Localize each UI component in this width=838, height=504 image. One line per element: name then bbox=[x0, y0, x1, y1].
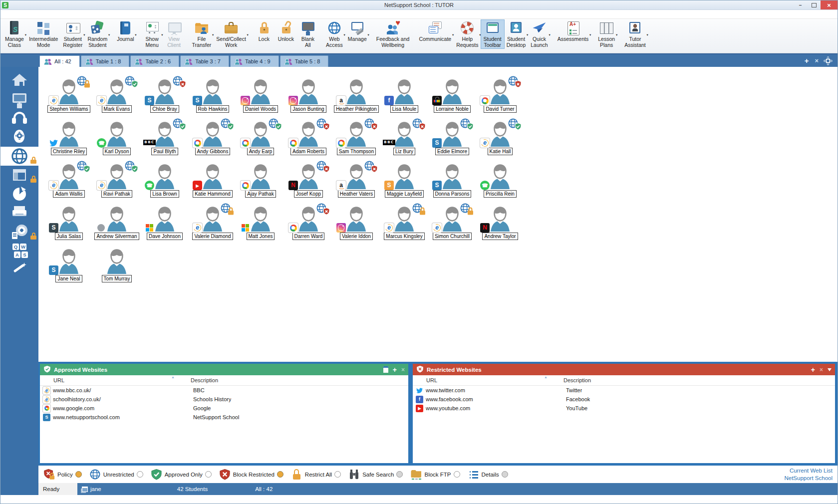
toolbar-button-student[interactable]: ▾ Student Register bbox=[60, 20, 85, 48]
student-heather-vaters[interactable]: Heather Vaters bbox=[332, 163, 380, 205]
filter-details[interactable]: Details bbox=[468, 469, 508, 480]
website-row-www-bbc-co-uk-[interactable]: www.bbc.co.uk/ BBC bbox=[40, 386, 408, 395]
url-column-header[interactable]: URL bbox=[40, 377, 190, 383]
filter-policy[interactable]: Policy bbox=[43, 469, 82, 480]
remove-website-icon[interactable] bbox=[820, 366, 823, 373]
website-row-www-google-com[interactable]: www.google.com Google bbox=[40, 404, 408, 413]
chevron-down-icon[interactable] bbox=[828, 368, 832, 371]
dropdown-arrow-icon[interactable]: ▾ bbox=[549, 33, 550, 37]
student-christine-riley[interactable]: Christine Riley bbox=[45, 120, 93, 163]
sidebar-item-annotate[interactable] bbox=[0, 260, 38, 279]
filter-radio[interactable] bbox=[205, 471, 212, 478]
sidebar-item-keyboard[interactable]: QWAS bbox=[0, 242, 38, 260]
sidebar-item-layout[interactable] bbox=[0, 166, 38, 185]
student-andy-earp[interactable]: Andy Earp bbox=[237, 120, 284, 163]
toolbar-button-unlock[interactable]: ▾ Unlock bbox=[275, 20, 297, 42]
student-stephen-williams[interactable]: Stephen Williams bbox=[45, 78, 93, 120]
sidebar-item-monitor[interactable] bbox=[0, 90, 38, 109]
filter-approved-only[interactable]: Approved Only bbox=[151, 469, 212, 480]
toolbar-button-journal[interactable]: ▾ Journal bbox=[114, 20, 136, 42]
tab-all-42[interactable]: All : 42 bbox=[39, 55, 80, 67]
tab-table-2-6[interactable]: Table 2 : 6 bbox=[130, 55, 179, 67]
sidebar-item-printer[interactable] bbox=[0, 204, 38, 223]
student-karl-dyson[interactable]: Karl Dyson bbox=[93, 120, 141, 163]
add-website-icon[interactable] bbox=[811, 366, 815, 373]
filter-radio[interactable] bbox=[277, 471, 283, 478]
sidebar-item-devices[interactable] bbox=[0, 223, 38, 242]
toolbar-button-tutor[interactable]: ▾ Tutor Assistant bbox=[622, 20, 648, 48]
sidebar-item-home[interactable] bbox=[0, 71, 38, 90]
toolbar-button-manage[interactable]: ▾ Manage bbox=[345, 20, 369, 42]
filter-radio[interactable] bbox=[454, 471, 460, 478]
toolbar-button-blank[interactable]: ▾ Blank All bbox=[297, 20, 319, 48]
student-katie-hall[interactable]: Katie Hall bbox=[476, 120, 524, 163]
add-group-icon[interactable] bbox=[805, 57, 809, 64]
remove-group-icon[interactable] bbox=[815, 57, 819, 64]
filter-block-ftp[interactable]: Block FTP bbox=[410, 469, 460, 480]
dropdown-arrow-icon[interactable]: ▾ bbox=[247, 33, 249, 37]
toolbar-button-file[interactable]: ▾ File Transfer bbox=[190, 20, 214, 48]
student-julia-salas[interactable]: Julia Salas bbox=[45, 205, 93, 248]
sidebar-item-globe[interactable] bbox=[0, 147, 38, 166]
sidebar-item-pie[interactable] bbox=[0, 185, 38, 204]
dropdown-arrow-icon[interactable]: ▾ bbox=[589, 33, 591, 37]
url-column-header[interactable]: URL bbox=[413, 377, 562, 383]
website-row-schoolhistory-co-uk-[interactable]: schoolhistory.co.uk/ Schools History bbox=[40, 395, 408, 404]
toolbar-button-random[interactable]: ▾ Random Student bbox=[85, 20, 110, 48]
student-josef-kopp[interactable]: Josef Kopp bbox=[284, 163, 332, 205]
student-andy-gibbons[interactable]: Andy Gibbons bbox=[189, 120, 237, 163]
toolbar-button-communicate[interactable]: ▾ Communicate bbox=[416, 20, 454, 42]
filter-radio[interactable] bbox=[334, 471, 341, 478]
toolbar-button-feedback-and[interactable]: ▾ Feedback and Wellbeing bbox=[374, 20, 412, 48]
description-column-header[interactable]: Description bbox=[190, 377, 218, 383]
tab-table-3-7[interactable]: Table 3 : 7 bbox=[180, 55, 229, 67]
toolbar-button-intermediate[interactable]: ▾ Intermediate Mode bbox=[26, 20, 60, 48]
student-lisa-brown[interactable]: Lisa Brown bbox=[141, 163, 189, 205]
toolbar-button-web[interactable]: ▾ Web Access bbox=[323, 20, 345, 48]
toolbar-button-assessments[interactable]: ▾ Assessments bbox=[555, 20, 591, 42]
toolbar-button-student[interactable]: ▾ Student Toolbar bbox=[481, 20, 504, 48]
student-jason-bunting[interactable]: Jason Bunting bbox=[284, 78, 332, 120]
student-lisa-moule[interactable]: Lisa Moule bbox=[380, 78, 428, 120]
sidebar-item-headgear[interactable] bbox=[0, 128, 38, 147]
student-katie-hammond[interactable]: Katie Hammond bbox=[189, 163, 237, 205]
dropdown-arrow-icon[interactable]: ▾ bbox=[368, 33, 369, 37]
filter-block-restricted[interactable]: Block Restricted bbox=[219, 469, 283, 480]
toolbar-button-view[interactable]: ▾ View Client bbox=[163, 20, 185, 48]
description-column-header[interactable]: Description bbox=[562, 377, 591, 383]
toolbar-button-lock[interactable]: ▾ Lock bbox=[253, 20, 275, 42]
student-adam-roberts[interactable]: Adam Roberts bbox=[284, 120, 332, 163]
filter-radio[interactable] bbox=[502, 471, 508, 478]
toolbar-button-quick[interactable]: ▾ Quick Launch bbox=[528, 20, 550, 48]
tab-table-4-9[interactable]: Table 4 : 9 bbox=[230, 55, 279, 67]
toolbar-button-send-collect[interactable]: ▾ Send/Collect Work bbox=[214, 20, 249, 48]
toolbar-button-help[interactable]: ▾ Help Requests bbox=[454, 20, 481, 48]
dropdown-arrow-icon[interactable]: ▾ bbox=[108, 33, 110, 37]
student-darren-ward[interactable]: Darren Ward bbox=[284, 205, 332, 248]
student-sam-thompson[interactable]: Sam Thompson bbox=[332, 120, 380, 163]
dropdown-arrow-icon[interactable]: ▾ bbox=[616, 33, 617, 37]
student-simon-churchill[interactable]: Simon Churchill bbox=[428, 205, 476, 248]
website-row-www-facebook-com[interactable]: www.facebook.com Facebook bbox=[413, 395, 835, 404]
student-paul-blyth[interactable]: Paul Blyth bbox=[141, 120, 189, 163]
student-valerie-iddon[interactable]: Valerie Iddon bbox=[332, 205, 380, 248]
web-list-page-icon[interactable] bbox=[383, 366, 388, 373]
dropdown-arrow-icon[interactable]: ▾ bbox=[646, 33, 648, 37]
student-andrew-silverman[interactable]: Andrew Silverman bbox=[93, 205, 141, 248]
student-adam-wallis[interactable]: Adam Wallis bbox=[45, 163, 93, 205]
sidebar-item-headphones[interactable] bbox=[0, 109, 38, 128]
website-row-www-youtube-com[interactable]: www.youtube.com YouTube bbox=[413, 404, 835, 413]
filter-restrict-all[interactable]: Restrict All bbox=[291, 469, 341, 480]
student-ajay-pathak[interactable]: Ajay Pathak bbox=[237, 163, 284, 205]
toolbar-button-show[interactable]: ▾ Show Menu bbox=[141, 20, 163, 48]
toolbar-button-lesson[interactable]: ▾ Lesson Plans bbox=[595, 20, 617, 48]
student-david-turner[interactable]: David Turner bbox=[476, 78, 524, 120]
remove-website-icon[interactable] bbox=[401, 366, 405, 373]
student-maggie-layfield[interactable]: Maggie Layfield bbox=[380, 163, 428, 205]
toolbar-button-student[interactable]: ▾ Student Desktop bbox=[504, 20, 529, 48]
student-matt-jones[interactable]: Matt Jones bbox=[237, 205, 284, 248]
student-mark-evans[interactable]: Mark Evans bbox=[93, 78, 141, 120]
filter-radio[interactable] bbox=[396, 471, 403, 478]
student-lorraine-noble[interactable]: Lorraine Noble bbox=[428, 78, 476, 120]
toolbar-button-manage[interactable]: ▾ Manage Class bbox=[2, 20, 26, 48]
